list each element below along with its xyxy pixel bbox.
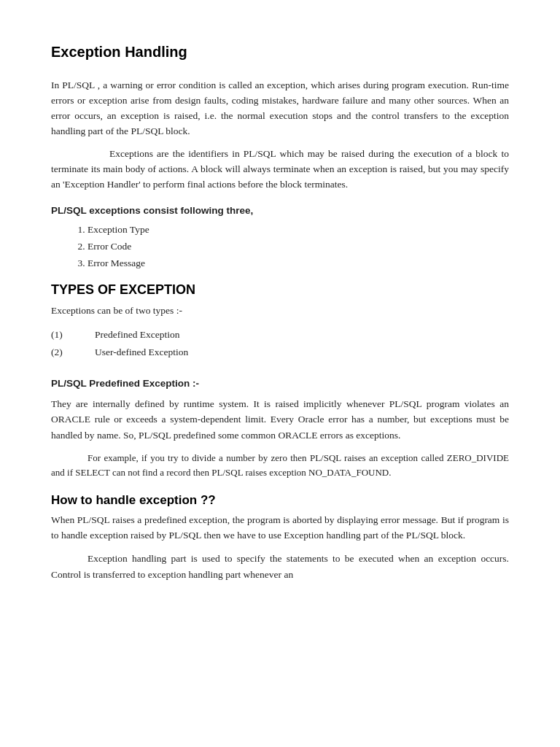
intro-indented-paragraph: Exceptions are the identifiers in PL/SQL… bbox=[51, 147, 509, 193]
how-heading: How to handle exception ?? bbox=[51, 493, 509, 508]
exception-label-2: User-defined Exception bbox=[80, 344, 188, 361]
types-heading: TYPES OF EXCEPTION bbox=[51, 282, 509, 298]
page-container: Exception Handling In PL/SQL , a warning… bbox=[0, 0, 560, 626]
exception-num-2: (2) bbox=[51, 344, 80, 361]
intro-paragraph: In PL/SQL , a warning or error condition… bbox=[51, 78, 509, 139]
list-item-error-message: Error Message bbox=[88, 255, 509, 272]
exception-type-2: (2) User-defined Exception bbox=[51, 344, 509, 361]
predefined-paragraph: They are internally defined by runtime s… bbox=[51, 396, 509, 444]
exception-num-1: (1) bbox=[51, 326, 80, 344]
exception-type-1: (1) Predefined Exception bbox=[51, 326, 509, 344]
list-item-error-code: Error Code bbox=[88, 239, 509, 255]
list-item-exception-type: Exception Type bbox=[88, 222, 509, 239]
types-intro: Exceptions can be of two types :- bbox=[51, 303, 509, 319]
exception-label-1: Predefined Exception bbox=[80, 326, 180, 344]
how-indented: Exception handling part is used to speci… bbox=[51, 551, 509, 582]
how-paragraph: When PL/SQL raises a predefined exceptio… bbox=[51, 512, 509, 543]
consist-list: Exception Type Error Code Error Message bbox=[88, 222, 509, 272]
predefined-heading: PL/SQL Predefined Exception :- bbox=[51, 378, 509, 389]
page-title: Exception Handling bbox=[51, 44, 509, 61]
predefined-example: For example, if you try to divide a numb… bbox=[51, 451, 509, 480]
consist-heading: PL/SQL exceptions consist following thre… bbox=[51, 205, 509, 216]
